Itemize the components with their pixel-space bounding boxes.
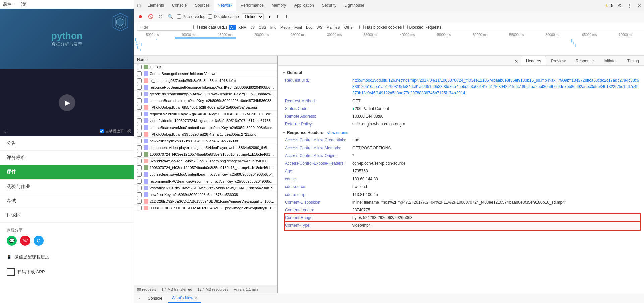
blocked-requests-checkbox[interactable] bbox=[403, 25, 408, 29]
row-checkbox[interactable] bbox=[137, 71, 142, 76]
filter-type-img[interactable]: Img bbox=[269, 25, 278, 30]
throttle-select[interactable]: Online bbox=[242, 13, 264, 20]
row-checkbox[interactable] bbox=[137, 152, 142, 157]
breadcrumb-item-2[interactable]: 【第 bbox=[18, 2, 27, 7]
filter-button[interactable]: ⬡ bbox=[157, 13, 164, 20]
row-checkbox[interactable] bbox=[137, 139, 142, 143]
table-row[interactable]: courseBean.saveMocContentLearn.rpc?csrfK… bbox=[134, 124, 277, 131]
nav-item-exam[interactable]: 考试 bbox=[0, 194, 134, 208]
filter-type-js[interactable]: JS bbox=[249, 25, 256, 30]
hide-data-urls-label[interactable]: Hide data URLs bbox=[193, 25, 227, 30]
details-close-button[interactable]: ✕ bbox=[512, 57, 521, 65]
play-button[interactable]: ▶ bbox=[59, 94, 75, 111]
has-blocked-cookies-label[interactable]: Has blocked cookies bbox=[359, 25, 402, 30]
row-checkbox[interactable] bbox=[137, 118, 142, 123]
table-row[interactable]: 32a8dd2a-b9aa-4ec9-abd5-66cd8751befb.png… bbox=[134, 158, 277, 164]
general-section-header[interactable]: ▼ General bbox=[282, 68, 640, 77]
preserve-log-checkbox-label[interactable]: Preserve log bbox=[177, 14, 205, 19]
close-devtools-button[interactable]: ✕ bbox=[636, 2, 643, 10]
table-row[interactable]: _PhotoUploadUtils_6f554051-52f8-4009-a61… bbox=[134, 104, 277, 111]
row-checkbox[interactable] bbox=[137, 98, 142, 103]
table-row[interactable]: ui_sprite.png?5f7eedcf69b8a05d3ed53b4c19… bbox=[134, 77, 277, 84]
detail-tab-preview[interactable]: Preview bbox=[546, 56, 571, 65]
row-checkbox[interactable] bbox=[137, 179, 142, 184]
row-checkbox[interactable] bbox=[137, 172, 142, 177]
search-button[interactable]: 🔍 bbox=[166, 13, 174, 20]
table-row[interactable]: CourseBean.getLessonUnitLearnVo.dwr bbox=[134, 70, 277, 77]
blocked-requests-label[interactable]: Blocked Requests bbox=[403, 25, 441, 30]
filter-type-font[interactable]: Font bbox=[293, 25, 304, 30]
table-row[interactable]: commonBean.obtain.rpc?csrfKey=c2b8069d80… bbox=[134, 97, 277, 104]
detail-tab-headers[interactable]: Headers bbox=[521, 56, 546, 65]
tab-performance[interactable]: Performance bbox=[236, 0, 268, 11]
detail-tab-initiator[interactable]: Initiator bbox=[599, 56, 622, 65]
row-checkbox[interactable] bbox=[137, 112, 142, 116]
has-blocked-cookies-checkbox[interactable] bbox=[359, 25, 364, 29]
filter-type-ws[interactable]: WS bbox=[315, 25, 324, 30]
hide-data-urls-checkbox[interactable] bbox=[193, 25, 198, 29]
share-qq-icon[interactable]: Q bbox=[34, 236, 44, 246]
row-checkbox[interactable] bbox=[137, 199, 142, 204]
filter-type-other[interactable]: Other bbox=[343, 25, 356, 30]
tab-security[interactable]: Security bbox=[318, 0, 340, 11]
row-checkbox[interactable] bbox=[137, 206, 142, 210]
console-bottom-tab[interactable]: Console bbox=[144, 294, 166, 303]
table-row[interactable]: courseBean.saveMocContentLearn.rpc?csrfK… bbox=[134, 171, 277, 178]
timeline[interactable]: 5000 ms 10000 ms 15000 ms 20000 ms 25000… bbox=[134, 32, 644, 56]
tab-application[interactable]: Application bbox=[290, 0, 318, 11]
share-weibo-icon[interactable]: 𝕎 bbox=[20, 236, 30, 246]
table-row[interactable]: 21DC28ED92F0E3CDCAB6133394BBD81F.png?ima… bbox=[134, 198, 277, 205]
row-checkbox[interactable] bbox=[137, 125, 142, 130]
filter-type-css[interactable]: CSS bbox=[257, 25, 268, 30]
whats-new-tab[interactable]: What's New ✕ bbox=[168, 294, 201, 303]
export-button[interactable]: ⬇ bbox=[283, 13, 290, 20]
disable-cache-checkbox-label[interactable]: Disable cache bbox=[208, 14, 239, 19]
clear-button[interactable]: 🚫 bbox=[147, 13, 155, 20]
preserve-log-checkbox[interactable] bbox=[177, 14, 181, 19]
filter-type-manifest[interactable]: Manifest bbox=[325, 25, 342, 30]
whats-new-close-button[interactable]: ✕ bbox=[195, 296, 198, 300]
settings-button[interactable]: ⚙ bbox=[616, 2, 623, 10]
response-headers-section-header[interactable]: ▼ Response Headers view source bbox=[282, 128, 640, 136]
table-row[interactable]: new?csrfKey=c2b8069d80204908b6cb48734b53… bbox=[134, 138, 277, 144]
table-row[interactable]: 1.1.3.js bbox=[134, 64, 277, 70]
row-checkbox[interactable] bbox=[137, 85, 142, 90]
nav-item-assignments[interactable]: 测验与作业 bbox=[0, 180, 134, 194]
filter-type-xhr[interactable]: XHR bbox=[237, 25, 248, 30]
table-row[interactable]: ?data=eyJkYXRhVHlwZSI6IlJliwic2Vzc2lvbkl… bbox=[134, 185, 277, 191]
devtools-toggle-button[interactable]: ⬡ bbox=[136, 2, 142, 9]
table-row[interactable]: _PhotoUploadUtils_d39562e3-ad28-4f2f-af1… bbox=[134, 131, 277, 138]
detail-tab-response[interactable]: Response bbox=[571, 56, 599, 65]
nav-item-courseware[interactable]: 课件 bbox=[0, 165, 134, 180]
disable-cache-checkbox[interactable] bbox=[208, 14, 212, 19]
tab-sources[interactable]: Sources bbox=[191, 0, 214, 11]
filter-type-media[interactable]: Media bbox=[279, 25, 292, 30]
table-row[interactable]: qrcode.do?content=http%3A%2F%2Fwww.icour… bbox=[134, 91, 277, 97]
detail-tab-timing[interactable]: Timing bbox=[622, 56, 644, 65]
table-row[interactable]: resourceRpcBean.getResourceToken.rpc?csr… bbox=[134, 84, 277, 91]
import-button[interactable]: ⬆ bbox=[274, 13, 281, 20]
row-checkbox[interactable] bbox=[137, 132, 142, 137]
table-row[interactable]: video?videoId=1006070724&signature=6c6c2… bbox=[134, 117, 277, 124]
row-checkbox[interactable] bbox=[137, 65, 142, 69]
filter-type-all[interactable]: All bbox=[229, 25, 236, 30]
table-row[interactable]: recommendRPCBean.getRecommend.rpc?csrfKe… bbox=[134, 178, 277, 185]
tab-elements[interactable]: Elements bbox=[143, 0, 168, 11]
record-button[interactable]: ⏺ bbox=[137, 13, 144, 20]
table-row[interactable]: 1006070724_f403ee1210574baab0e8f35ef9180… bbox=[134, 164, 277, 171]
nav-item-rubric[interactable]: 评分标准 bbox=[0, 151, 134, 165]
tab-lighthouse[interactable]: Lighthouse bbox=[340, 0, 368, 11]
row-checkbox[interactable] bbox=[137, 105, 142, 110]
filter-type-doc[interactable]: Doc bbox=[304, 25, 314, 30]
row-checkbox[interactable] bbox=[137, 159, 142, 163]
table-row[interactable]: 1006070724_f403ee1210574baab0e8f35ef9180… bbox=[134, 151, 277, 158]
row-checkbox[interactable] bbox=[137, 78, 142, 83]
filter-input[interactable] bbox=[137, 24, 192, 31]
share-wechat-icon[interactable]: 💬 bbox=[7, 236, 17, 246]
row-checkbox[interactable] bbox=[137, 92, 142, 96]
tab-console[interactable]: Console bbox=[168, 0, 191, 11]
nav-item-discussion[interactable]: 讨论区 bbox=[0, 208, 134, 223]
auto-play-checkbox[interactable] bbox=[100, 129, 104, 133]
tab-memory[interactable]: Memory bbox=[268, 0, 290, 11]
tab-network[interactable]: Network bbox=[214, 0, 236, 11]
